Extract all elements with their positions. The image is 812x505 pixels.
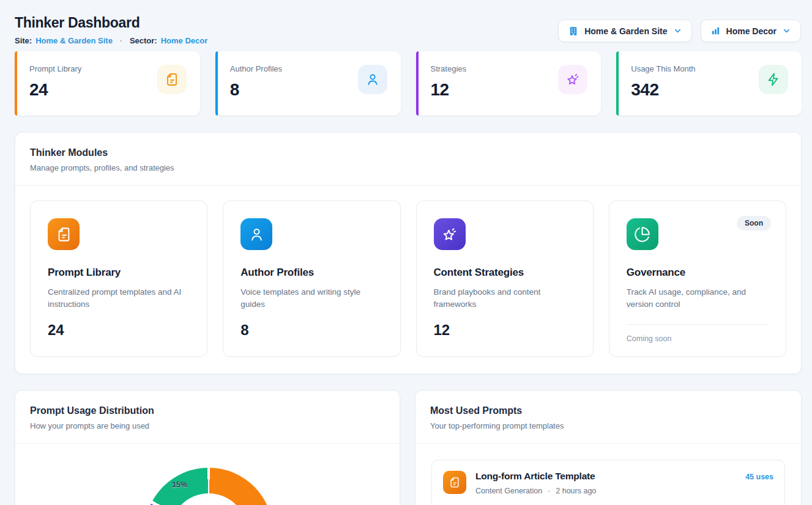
stat-card-author-profiles: Author Profiles 8 [215, 51, 401, 116]
divider [627, 324, 769, 325]
stat-card-usage: Usage This Month 342 [616, 51, 802, 116]
soon-badge: Soon [737, 216, 771, 230]
stat-card-prompt-library: Prompt Library 24 [15, 51, 200, 116]
usage-panel-title: Prompt Usage Distribution [30, 405, 385, 416]
prompt-item-time: 2 hours ago [556, 487, 596, 495]
prompts-panel-title: Most Used Prompts [430, 405, 786, 416]
page-header: Thinker Dashboard Site: Home & Garden Si… [15, 15, 207, 45]
donut-chart[interactable] [144, 468, 273, 505]
page-title: Thinker Dashboard [15, 15, 207, 31]
prompts-panel-header: Most Used Prompts Your top-performing pr… [415, 391, 801, 444]
sector-selector-dropdown[interactable]: Home Decor [701, 20, 801, 42]
module-count: 8 [240, 322, 382, 339]
module-card-author-profiles[interactable]: Author Profiles Voice templates and writ… [223, 201, 400, 357]
coming-soon-text: Coming soon [627, 334, 769, 343]
document-icon [157, 65, 187, 94]
modules-panel: Thinker Modules Manage prompts, profiles… [15, 132, 802, 374]
prompt-item-category: Content Generation [475, 487, 542, 495]
pie-chart-icon [627, 218, 658, 250]
module-description: Voice templates and writing style guides [240, 286, 381, 311]
module-count: 12 [434, 322, 576, 339]
module-title: Content Strategies [434, 267, 576, 279]
prompt-item-title: Long-form Article Template [475, 471, 596, 482]
bar-chart-icon [710, 26, 721, 36]
stat-card-strategies: Strategies 12 [416, 51, 602, 116]
module-description: Brand playbooks and content frameworks [434, 286, 575, 311]
prompt-list-item[interactable]: Long-form Article Template Content Gener… [431, 460, 785, 505]
sector-selector-label: Home Decor [726, 26, 777, 36]
modules-panel-header: Thinker Modules Manage prompts, profiles… [15, 133, 801, 186]
header-controls: Home & Garden Site Home Decor [558, 20, 801, 42]
modules-panel-title: Thinker Modules [30, 147, 786, 158]
module-description: Track AI usage, compliance, and version … [627, 286, 767, 311]
prompt-list: Long-form Article Template Content Gener… [415, 444, 801, 505]
prompts-panel-subtitle: Your top-performing prompt templates [430, 421, 786, 430]
module-title: Prompt Library [48, 267, 190, 279]
sector-label: Sector: [130, 36, 157, 45]
usage-distribution-panel: Prompt Usage Distribution How your promp… [15, 390, 400, 505]
bolt-icon [759, 65, 788, 94]
chevron-down-icon [673, 26, 682, 35]
modules-panel-subtitle: Manage prompts, profiles, and strategies [30, 163, 786, 172]
site-link[interactable]: Home & Garden Site [35, 36, 113, 45]
module-title: Governance [627, 267, 769, 279]
site-selector-dropdown[interactable]: Home & Garden Site [558, 20, 691, 42]
module-card-governance[interactable]: Soon Governance Track AI usage, complian… [609, 201, 786, 357]
sparkle-star-icon [434, 218, 466, 250]
sector-link[interactable]: Home Decor [161, 36, 208, 45]
prompt-item-meta: Content Generation · 2 hours ago [475, 487, 596, 495]
module-description: Centralized prompt templates and AI inst… [48, 286, 188, 311]
prompt-item-body: Long-form Article Template Content Gener… [475, 471, 596, 495]
usage-panel-header: Prompt Usage Distribution How your promp… [15, 391, 400, 444]
donut-slice-label: 15% [172, 481, 187, 489]
chevron-down-icon [782, 26, 791, 35]
document-icon [48, 218, 80, 250]
site-selector-label: Home & Garden Site [584, 26, 667, 36]
stats-row: Prompt Library 24 Author Profiles 8 Stra… [15, 51, 802, 116]
sparkle-star-icon [558, 65, 587, 94]
modules-grid: Prompt Library Centralized prompt templa… [15, 186, 801, 372]
most-used-prompts-panel: Most Used Prompts Your top-performing pr… [415, 390, 802, 505]
site-label: Site: [15, 36, 32, 45]
prompt-item-uses-badge: 45 uses [745, 471, 773, 481]
usage-panel-subtitle: How your prompts are being used [30, 421, 385, 430]
module-title: Author Profiles [240, 267, 382, 279]
donut-chart-area: 15% [15, 444, 400, 505]
user-icon [240, 218, 272, 250]
building-icon [568, 26, 579, 37]
module-count: 24 [48, 322, 190, 339]
user-icon [358, 65, 387, 94]
breadcrumb: Site: Home & Garden Site · Sector: Home … [15, 36, 207, 45]
separator-dot: · [120, 37, 122, 45]
document-icon [443, 471, 466, 494]
module-card-content-strategies[interactable]: Content Strategies Brand playbooks and c… [416, 201, 594, 357]
separator-dot: · [548, 487, 550, 495]
module-card-prompt-library[interactable]: Prompt Library Centralized prompt templa… [30, 201, 207, 357]
